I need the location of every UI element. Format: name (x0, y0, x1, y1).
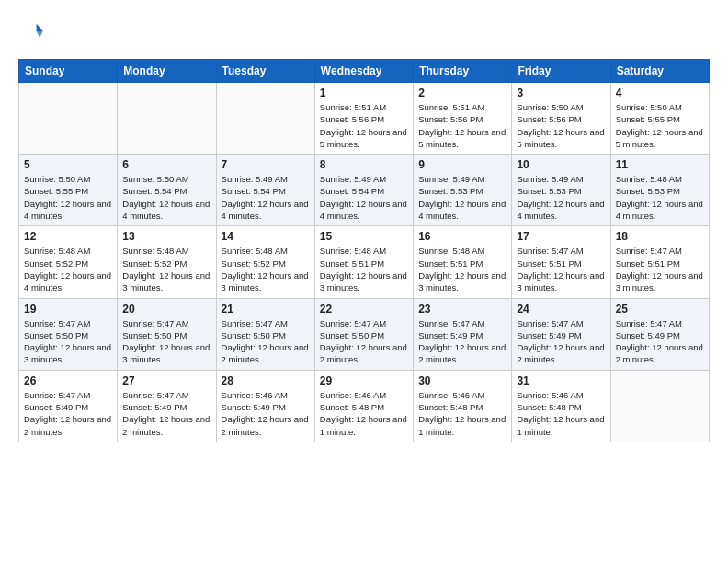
day-number: 16 (418, 230, 506, 243)
calendar-day-cell: 9Sunrise: 5:49 AM Sunset: 5:53 PM Daylig… (414, 155, 512, 226)
day-info: Sunrise: 5:47 AM Sunset: 5:49 PM Dayligh… (24, 389, 112, 438)
day-info: Sunrise: 5:50 AM Sunset: 5:54 PM Dayligh… (122, 173, 210, 222)
day-number: 7 (222, 158, 310, 171)
day-info: Sunrise: 5:48 AM Sunset: 5:52 PM Dayligh… (222, 245, 310, 293)
day-info: Sunrise: 5:47 AM Sunset: 5:49 PM Dayligh… (122, 389, 210, 438)
day-info: Sunrise: 5:51 AM Sunset: 5:56 PM Dayligh… (320, 101, 408, 150)
calendar-day-cell: 17Sunrise: 5:47 AM Sunset: 5:51 PM Dayli… (512, 226, 610, 298)
weekday-header: Thursday (414, 60, 512, 83)
day-info: Sunrise: 5:49 AM Sunset: 5:53 PM Dayligh… (418, 173, 506, 222)
day-number: 5 (24, 158, 112, 171)
day-number: 8 (320, 158, 408, 171)
calendar-day-cell: 4Sunrise: 5:50 AM Sunset: 5:55 PM Daylig… (610, 83, 709, 155)
calendar-header-row: SundayMondayTuesdayWednesdayThursdayFrid… (19, 60, 710, 83)
day-info: Sunrise: 5:48 AM Sunset: 5:51 PM Dayligh… (320, 245, 408, 293)
day-number: 12 (24, 230, 112, 243)
day-info: Sunrise: 5:47 AM Sunset: 5:51 PM Dayligh… (517, 245, 605, 293)
calendar-day-cell: 24Sunrise: 5:47 AM Sunset: 5:49 PM Dayli… (512, 298, 610, 370)
calendar-week-row: 26Sunrise: 5:47 AM Sunset: 5:49 PM Dayli… (19, 370, 710, 442)
day-number: 25 (616, 303, 704, 316)
day-number: 21 (222, 303, 310, 316)
calendar-day-cell: 15Sunrise: 5:48 AM Sunset: 5:51 PM Dayli… (314, 226, 413, 298)
calendar-day-cell: 5Sunrise: 5:50 AM Sunset: 5:55 PM Daylig… (19, 155, 118, 226)
day-number: 26 (24, 374, 112, 387)
calendar-day-cell: 20Sunrise: 5:47 AM Sunset: 5:50 PM Dayli… (118, 298, 216, 370)
day-number: 14 (222, 230, 310, 243)
day-number: 2 (418, 86, 506, 99)
logo-icon (18, 18, 44, 44)
calendar-day-cell: 1Sunrise: 5:51 AM Sunset: 5:56 PM Daylig… (314, 83, 413, 155)
weekday-header: Tuesday (216, 60, 314, 83)
day-info: Sunrise: 5:47 AM Sunset: 5:50 PM Dayligh… (320, 317, 408, 366)
day-number: 27 (122, 374, 210, 387)
day-info: Sunrise: 5:47 AM Sunset: 5:50 PM Dayligh… (122, 317, 210, 366)
day-info: Sunrise: 5:47 AM Sunset: 5:50 PM Dayligh… (24, 317, 112, 366)
day-number: 17 (517, 230, 605, 243)
day-info: Sunrise: 5:48 AM Sunset: 5:52 PM Dayligh… (24, 245, 112, 293)
day-number: 19 (24, 303, 112, 316)
calendar-day-cell: 7Sunrise: 5:49 AM Sunset: 5:54 PM Daylig… (216, 155, 314, 226)
day-info: Sunrise: 5:50 AM Sunset: 5:56 PM Dayligh… (517, 101, 605, 150)
calendar-empty-cell (19, 83, 118, 155)
day-info: Sunrise: 5:46 AM Sunset: 5:48 PM Dayligh… (320, 389, 408, 438)
calendar-day-cell: 26Sunrise: 5:47 AM Sunset: 5:49 PM Dayli… (19, 370, 118, 442)
svg-marker-0 (37, 24, 43, 31)
calendar-empty-cell (610, 370, 709, 442)
day-number: 31 (517, 374, 605, 387)
day-number: 11 (616, 158, 704, 171)
day-number: 1 (320, 86, 408, 99)
day-number: 28 (222, 374, 310, 387)
calendar-day-cell: 19Sunrise: 5:47 AM Sunset: 5:50 PM Dayli… (19, 298, 118, 370)
calendar-day-cell: 11Sunrise: 5:48 AM Sunset: 5:53 PM Dayli… (610, 155, 709, 226)
calendar-day-cell: 28Sunrise: 5:46 AM Sunset: 5:49 PM Dayli… (216, 370, 314, 442)
day-info: Sunrise: 5:51 AM Sunset: 5:56 PM Dayligh… (418, 101, 506, 150)
calendar-day-cell: 10Sunrise: 5:49 AM Sunset: 5:53 PM Dayli… (512, 155, 610, 226)
day-info: Sunrise: 5:47 AM Sunset: 5:50 PM Dayligh… (222, 317, 310, 366)
day-number: 9 (418, 158, 506, 171)
calendar-day-cell: 31Sunrise: 5:46 AM Sunset: 5:48 PM Dayli… (512, 370, 610, 442)
day-number: 10 (517, 158, 605, 171)
weekday-header: Monday (118, 60, 216, 83)
weekday-header: Saturday (610, 60, 709, 83)
day-number: 30 (418, 374, 506, 387)
weekday-header: Sunday (19, 60, 118, 83)
day-number: 20 (122, 303, 210, 316)
day-number: 3 (517, 86, 605, 99)
calendar-day-cell: 27Sunrise: 5:47 AM Sunset: 5:49 PM Dayli… (118, 370, 216, 442)
calendar-day-cell: 30Sunrise: 5:46 AM Sunset: 5:48 PM Dayli… (414, 370, 512, 442)
day-number: 29 (320, 374, 408, 387)
day-number: 23 (418, 303, 506, 316)
calendar-empty-cell (216, 83, 314, 155)
day-info: Sunrise: 5:48 AM Sunset: 5:52 PM Dayligh… (122, 245, 210, 293)
day-info: Sunrise: 5:46 AM Sunset: 5:49 PM Dayligh… (222, 389, 310, 438)
calendar-day-cell: 8Sunrise: 5:49 AM Sunset: 5:54 PM Daylig… (314, 155, 413, 226)
calendar-day-cell: 25Sunrise: 5:47 AM Sunset: 5:49 PM Dayli… (610, 298, 709, 370)
day-info: Sunrise: 5:47 AM Sunset: 5:49 PM Dayligh… (418, 317, 506, 366)
page-header (18, 18, 710, 44)
calendar-empty-cell (118, 83, 216, 155)
day-info: Sunrise: 5:50 AM Sunset: 5:55 PM Dayligh… (616, 101, 704, 150)
day-info: Sunrise: 5:50 AM Sunset: 5:55 PM Dayligh… (24, 173, 112, 222)
calendar-day-cell: 23Sunrise: 5:47 AM Sunset: 5:49 PM Dayli… (414, 298, 512, 370)
day-info: Sunrise: 5:48 AM Sunset: 5:51 PM Dayligh… (418, 245, 506, 293)
weekday-header: Wednesday (314, 60, 413, 83)
day-number: 18 (616, 230, 704, 243)
calendar-day-cell: 14Sunrise: 5:48 AM Sunset: 5:52 PM Dayli… (216, 226, 314, 298)
calendar-day-cell: 29Sunrise: 5:46 AM Sunset: 5:48 PM Dayli… (314, 370, 413, 442)
day-info: Sunrise: 5:47 AM Sunset: 5:51 PM Dayligh… (616, 245, 704, 293)
svg-marker-1 (37, 31, 43, 38)
calendar-day-cell: 18Sunrise: 5:47 AM Sunset: 5:51 PM Dayli… (610, 226, 709, 298)
day-number: 6 (122, 158, 210, 171)
day-info: Sunrise: 5:49 AM Sunset: 5:53 PM Dayligh… (517, 173, 605, 222)
day-info: Sunrise: 5:47 AM Sunset: 5:49 PM Dayligh… (517, 317, 605, 366)
day-number: 22 (320, 303, 408, 316)
calendar-week-row: 5Sunrise: 5:50 AM Sunset: 5:55 PM Daylig… (19, 155, 710, 226)
logo (18, 18, 48, 44)
day-number: 4 (616, 86, 704, 99)
calendar-day-cell: 3Sunrise: 5:50 AM Sunset: 5:56 PM Daylig… (512, 83, 610, 155)
calendar-day-cell: 13Sunrise: 5:48 AM Sunset: 5:52 PM Dayli… (118, 226, 216, 298)
calendar-day-cell: 16Sunrise: 5:48 AM Sunset: 5:51 PM Dayli… (414, 226, 512, 298)
day-info: Sunrise: 5:49 AM Sunset: 5:54 PM Dayligh… (320, 173, 408, 222)
day-number: 13 (122, 230, 210, 243)
day-number: 15 (320, 230, 408, 243)
